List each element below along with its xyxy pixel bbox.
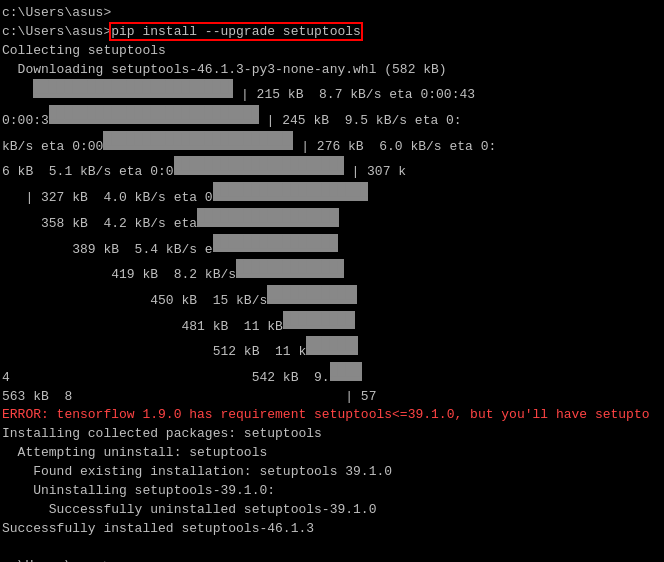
- pbar-2: 0:00:3██████████████████████████████████…: [2, 105, 662, 131]
- pbar-12: 4 542 kB 9.██████: [2, 362, 662, 388]
- pbar-7: 389 kB 5.4 kB/s e███████████████████████…: [2, 234, 662, 260]
- attempting-line: Attempting uninstall: setuptools: [2, 444, 662, 463]
- pbar-4: 6 kB 5.1 kB/s eta 0:0███████████████████…: [2, 156, 662, 182]
- error-line: ERROR: tensorflow 1.9.0 has requirement …: [2, 406, 662, 425]
- collecting-line: Collecting setuptools: [2, 42, 662, 61]
- command-line-1: c:\Users\asus>pip install --upgrade setu…: [2, 23, 662, 42]
- pbar-11: 512 kB 11 k██████████: [2, 336, 662, 362]
- found-line: Found existing installation: setuptools …: [2, 463, 662, 482]
- successfully-installed-line: Successfully installed setuptools-46.1.3: [2, 520, 662, 539]
- blank-line: [2, 538, 662, 557]
- pbar-1: ████████████████████████████████████████…: [2, 79, 662, 105]
- progress-area: ████████████████████████████████████████…: [2, 79, 662, 406]
- pbar-8: 419 kB 8.2 kB/s█████████████████████: [2, 259, 662, 285]
- command1-highlight: pip install --upgrade setuptools: [111, 24, 361, 39]
- pbar-13: 563 kB 8 | 57: [2, 388, 662, 407]
- prompt-line-2: c:\Users\asus>: [2, 557, 662, 562]
- downloading-line: Downloading setuptools-46.1.3-py3-none-a…: [2, 61, 662, 80]
- successfully-uninstalled-line: Successfully uninstalled setuptools-39.1…: [2, 501, 662, 520]
- pbar-9: 450 kB 15 kB/s████████████████: [2, 285, 662, 311]
- installing-line: Installing collected packages: setuptool…: [2, 425, 662, 444]
- pbar-10: 481 kB 11 kB██████████████: [2, 311, 662, 337]
- pbar-3: kB/s eta 0:00███████████████████████████…: [2, 131, 662, 157]
- pbar-6: 358 kB 4.2 kB/s eta█████████████████████…: [2, 208, 662, 234]
- terminal-window: c:\Users\asus> c:\Users\asus>pip install…: [0, 0, 664, 562]
- uninstalling-line: Uninstalling setuptools-39.1.0:: [2, 482, 662, 501]
- pbar-5: | 327 kB 4.0 kB/s eta 0█████████████████…: [2, 182, 662, 208]
- prompt-line-1: c:\Users\asus>: [2, 4, 662, 23]
